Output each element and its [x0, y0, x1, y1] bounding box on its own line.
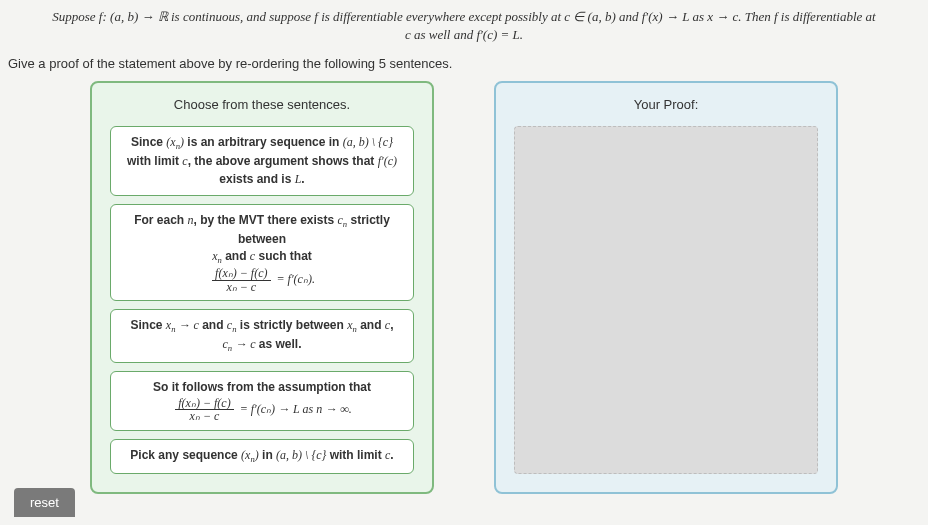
reset-button[interactable]: reset: [14, 488, 75, 517]
problem-line-1: Suppose f: (a, b) → ℝ is continuous, and…: [52, 9, 875, 24]
instruction-text: Give a proof of the statement above by r…: [0, 48, 928, 81]
problem-statement: Suppose f: (a, b) → ℝ is continuous, and…: [0, 0, 928, 48]
proof-columns: Choose from these sentences. Since (xn) …: [0, 81, 928, 493]
problem-line-2: c as well and f′(c) = L.: [405, 27, 523, 42]
source-panel: Choose from these sentences. Since (xn) …: [90, 81, 434, 493]
proof-dropzone[interactable]: [514, 126, 818, 473]
target-panel-title: Your Proof:: [514, 97, 818, 112]
sentence-card[interactable]: Since xn → c and cn is strictly between …: [110, 309, 414, 363]
sentence-card[interactable]: Pick any sequence (xn) in (a, b) \ {c} w…: [110, 439, 414, 474]
sentence-card[interactable]: Since (xn) is an arbitrary sequence in (…: [110, 126, 414, 196]
target-panel: Your Proof:: [494, 81, 838, 493]
sentence-card[interactable]: So it follows from the assumption that f…: [110, 371, 414, 431]
source-panel-title: Choose from these sentences.: [110, 97, 414, 112]
sentence-card[interactable]: For each n, by the MVT there exists cn s…: [110, 204, 414, 301]
